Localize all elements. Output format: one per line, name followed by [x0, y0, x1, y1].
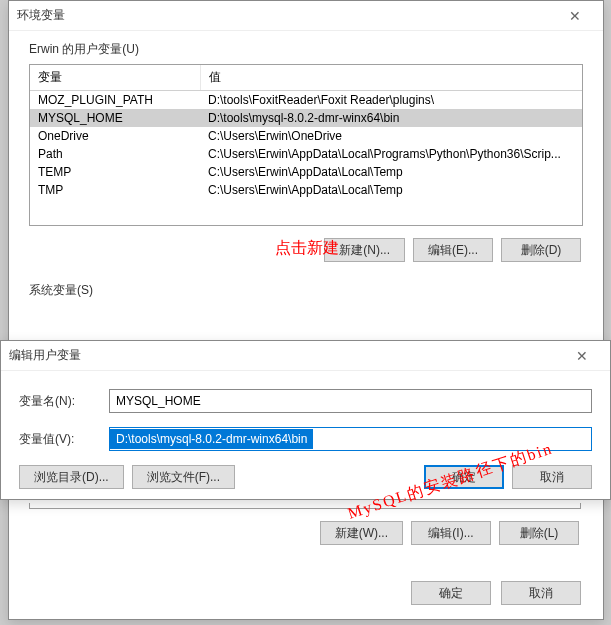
table-row[interactable]: PathC:\Users\Erwin\AppData\Local\Program…	[30, 145, 582, 163]
main-footer-buttons: 确定 取消	[411, 581, 581, 605]
main-cancel-button[interactable]: 取消	[501, 581, 581, 605]
edit-browse-buttons: 浏览目录(D)... 浏览文件(F)...	[19, 465, 235, 489]
var-name-row: 变量名(N):	[19, 389, 592, 413]
table-row[interactable]: TMPC:\Users\Erwin\AppData\Local\Temp	[30, 181, 582, 199]
edit-titlebar: 编辑用户变量 ✕	[1, 341, 610, 371]
cell-var-value: D:\tools\mysql-8.0.2-dmr-winx64\bin	[200, 109, 582, 127]
edit-dialog-title: 编辑用户变量	[9, 347, 562, 364]
sys-edit-button[interactable]: 编辑(I)...	[411, 521, 491, 545]
col-value[interactable]: 值	[200, 65, 582, 91]
browse-file-button[interactable]: 浏览文件(F)...	[132, 465, 235, 489]
system-vars-section: 系统变量(S)	[29, 282, 583, 299]
table-row[interactable]: MOZ_PLUGIN_PATHD:\tools\FoxitReader\Foxi…	[30, 91, 582, 110]
user-vars-label: Erwin 的用户变量(U)	[29, 41, 583, 58]
env-vars-dialog: 环境变量 ✕ Erwin 的用户变量(U) 变量 值 MOZ_PLUGIN_PA…	[8, 0, 604, 620]
cell-var-name: TMP	[30, 181, 200, 199]
system-vars-buttons: 新建(W)... 编辑(I)... 删除(L)	[29, 521, 581, 545]
system-table-placeholder	[29, 503, 581, 509]
table-row[interactable]: TEMPC:\Users\Erwin\AppData\Local\Temp	[30, 163, 582, 181]
close-icon[interactable]: ✕	[555, 4, 595, 28]
user-delete-button[interactable]: 删除(D)	[501, 238, 581, 262]
user-edit-button[interactable]: 编辑(E)...	[413, 238, 493, 262]
edit-content: 变量名(N): 变量值(V): D:\tools\mysql-8.0.2-dmr…	[1, 371, 610, 501]
cell-var-name: MYSQL_HOME	[30, 109, 200, 127]
below-overlay: 新建(W)... 编辑(I)... 删除(L)	[29, 503, 581, 545]
user-vars-table-container: 变量 值 MOZ_PLUGIN_PATHD:\tools\FoxitReader…	[29, 64, 583, 226]
cell-var-value: C:\Users\Erwin\AppData\Local\Temp	[200, 181, 582, 199]
main-titlebar: 环境变量 ✕	[9, 1, 603, 31]
main-dialog-title: 环境变量	[17, 7, 555, 24]
var-name-label: 变量名(N):	[19, 393, 109, 410]
cell-var-value: C:\Users\Erwin\OneDrive	[200, 127, 582, 145]
var-value-text: D:\tools\mysql-8.0.2-dmr-winx64\bin	[110, 429, 313, 449]
cell-var-name: MOZ_PLUGIN_PATH	[30, 91, 200, 110]
sys-delete-button[interactable]: 删除(L)	[499, 521, 579, 545]
cell-var-name: Path	[30, 145, 200, 163]
cell-var-value: C:\Users\Erwin\AppData\Local\Temp	[200, 163, 582, 181]
col-name[interactable]: 变量	[30, 65, 200, 91]
var-value-row: 变量值(V): D:\tools\mysql-8.0.2-dmr-winx64\…	[19, 427, 592, 451]
main-ok-button[interactable]: 确定	[411, 581, 491, 605]
system-vars-label: 系统变量(S)	[29, 282, 583, 299]
cell-var-value: C:\Users\Erwin\AppData\Local\Programs\Py…	[200, 145, 582, 163]
table-row[interactable]: OneDriveC:\Users\Erwin\OneDrive	[30, 127, 582, 145]
var-value-label: 变量值(V):	[19, 431, 109, 448]
sys-new-button[interactable]: 新建(W)...	[320, 521, 403, 545]
user-vars-table[interactable]: 变量 值 MOZ_PLUGIN_PATHD:\tools\FoxitReader…	[30, 65, 582, 199]
var-name-input[interactable]	[109, 389, 592, 413]
main-content: Erwin 的用户变量(U) 变量 值 MOZ_PLUGIN_PATHD:\to…	[9, 31, 603, 315]
table-header-row: 变量 值	[30, 65, 582, 91]
table-row[interactable]: MYSQL_HOMED:\tools\mysql-8.0.2-dmr-winx6…	[30, 109, 582, 127]
annotation-click-new: 点击新建	[275, 238, 339, 259]
cell-var-name: OneDrive	[30, 127, 200, 145]
cell-var-name: TEMP	[30, 163, 200, 181]
close-icon[interactable]: ✕	[562, 344, 602, 368]
browse-dir-button[interactable]: 浏览目录(D)...	[19, 465, 124, 489]
cell-var-value: D:\tools\FoxitReader\Foxit Reader\plugin…	[200, 91, 582, 110]
edit-var-dialog: 编辑用户变量 ✕ 变量名(N): 变量值(V): D:\tools\mysql-…	[0, 340, 611, 500]
